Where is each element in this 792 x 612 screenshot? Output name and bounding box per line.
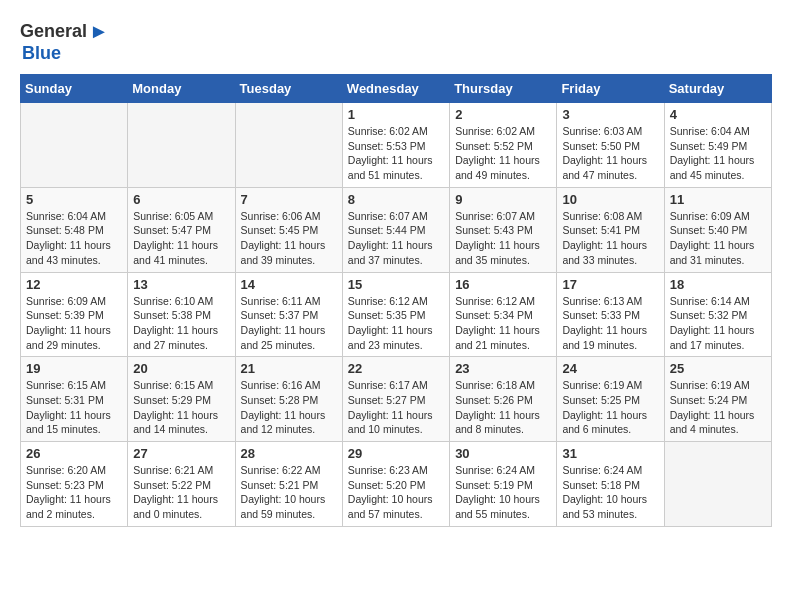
- calendar-cell: 15Sunrise: 6:12 AMSunset: 5:35 PMDayligh…: [342, 272, 449, 357]
- logo: General ► Blue: [20, 20, 109, 64]
- cell-content: Sunrise: 6:09 AMSunset: 5:40 PMDaylight:…: [670, 209, 766, 268]
- day-number: 24: [562, 361, 658, 376]
- calendar-cell: 6Sunrise: 6:05 AMSunset: 5:47 PMDaylight…: [128, 187, 235, 272]
- calendar-cell: 13Sunrise: 6:10 AMSunset: 5:38 PMDayligh…: [128, 272, 235, 357]
- cell-content: Sunrise: 6:12 AMSunset: 5:34 PMDaylight:…: [455, 294, 551, 353]
- calendar-cell: 31Sunrise: 6:24 AMSunset: 5:18 PMDayligh…: [557, 442, 664, 527]
- calendar-cell: [235, 103, 342, 188]
- day-number: 30: [455, 446, 551, 461]
- cell-content: Sunrise: 6:20 AMSunset: 5:23 PMDaylight:…: [26, 463, 122, 522]
- cell-content: Sunrise: 6:10 AMSunset: 5:38 PMDaylight:…: [133, 294, 229, 353]
- day-number: 1: [348, 107, 444, 122]
- cell-content: Sunrise: 6:16 AMSunset: 5:28 PMDaylight:…: [241, 378, 337, 437]
- calendar-cell: 23Sunrise: 6:18 AMSunset: 5:26 PMDayligh…: [450, 357, 557, 442]
- day-number: 3: [562, 107, 658, 122]
- calendar-cell: 12Sunrise: 6:09 AMSunset: 5:39 PMDayligh…: [21, 272, 128, 357]
- cell-content: Sunrise: 6:08 AMSunset: 5:41 PMDaylight:…: [562, 209, 658, 268]
- calendar-cell: 22Sunrise: 6:17 AMSunset: 5:27 PMDayligh…: [342, 357, 449, 442]
- day-header-tuesday: Tuesday: [235, 75, 342, 103]
- cell-content: Sunrise: 6:13 AMSunset: 5:33 PMDaylight:…: [562, 294, 658, 353]
- calendar-cell: 26Sunrise: 6:20 AMSunset: 5:23 PMDayligh…: [21, 442, 128, 527]
- day-number: 31: [562, 446, 658, 461]
- calendar-cell: 24Sunrise: 6:19 AMSunset: 5:25 PMDayligh…: [557, 357, 664, 442]
- cell-content: Sunrise: 6:19 AMSunset: 5:24 PMDaylight:…: [670, 378, 766, 437]
- cell-content: Sunrise: 6:04 AMSunset: 5:49 PMDaylight:…: [670, 124, 766, 183]
- day-number: 28: [241, 446, 337, 461]
- header: General ► Blue: [20, 20, 772, 64]
- day-number: 7: [241, 192, 337, 207]
- day-number: 21: [241, 361, 337, 376]
- day-number: 22: [348, 361, 444, 376]
- calendar-cell: 14Sunrise: 6:11 AMSunset: 5:37 PMDayligh…: [235, 272, 342, 357]
- cell-content: Sunrise: 6:02 AMSunset: 5:53 PMDaylight:…: [348, 124, 444, 183]
- day-header-monday: Monday: [128, 75, 235, 103]
- day-header-thursday: Thursday: [450, 75, 557, 103]
- day-number: 19: [26, 361, 122, 376]
- calendar-cell: 28Sunrise: 6:22 AMSunset: 5:21 PMDayligh…: [235, 442, 342, 527]
- calendar-cell: 3Sunrise: 6:03 AMSunset: 5:50 PMDaylight…: [557, 103, 664, 188]
- cell-content: Sunrise: 6:09 AMSunset: 5:39 PMDaylight:…: [26, 294, 122, 353]
- logo-text-general: General: [20, 21, 87, 42]
- day-number: 17: [562, 277, 658, 292]
- calendar-cell: [128, 103, 235, 188]
- cell-content: Sunrise: 6:02 AMSunset: 5:52 PMDaylight:…: [455, 124, 551, 183]
- day-number: 8: [348, 192, 444, 207]
- calendar-cell: 2Sunrise: 6:02 AMSunset: 5:52 PMDaylight…: [450, 103, 557, 188]
- day-number: 16: [455, 277, 551, 292]
- week-row-4: 26Sunrise: 6:20 AMSunset: 5:23 PMDayligh…: [21, 442, 772, 527]
- day-number: 4: [670, 107, 766, 122]
- calendar-cell: [664, 442, 771, 527]
- cell-content: Sunrise: 6:21 AMSunset: 5:22 PMDaylight:…: [133, 463, 229, 522]
- day-number: 26: [26, 446, 122, 461]
- cell-content: Sunrise: 6:12 AMSunset: 5:35 PMDaylight:…: [348, 294, 444, 353]
- day-header-sunday: Sunday: [21, 75, 128, 103]
- day-number: 13: [133, 277, 229, 292]
- week-row-3: 19Sunrise: 6:15 AMSunset: 5:31 PMDayligh…: [21, 357, 772, 442]
- day-number: 5: [26, 192, 122, 207]
- logo-icon: ►: [89, 20, 109, 43]
- logo-text-blue: Blue: [22, 43, 61, 64]
- cell-content: Sunrise: 6:07 AMSunset: 5:44 PMDaylight:…: [348, 209, 444, 268]
- day-header-saturday: Saturday: [664, 75, 771, 103]
- calendar-cell: 19Sunrise: 6:15 AMSunset: 5:31 PMDayligh…: [21, 357, 128, 442]
- calendar-cell: 16Sunrise: 6:12 AMSunset: 5:34 PMDayligh…: [450, 272, 557, 357]
- cell-content: Sunrise: 6:22 AMSunset: 5:21 PMDaylight:…: [241, 463, 337, 522]
- calendar-cell: 20Sunrise: 6:15 AMSunset: 5:29 PMDayligh…: [128, 357, 235, 442]
- cell-content: Sunrise: 6:18 AMSunset: 5:26 PMDaylight:…: [455, 378, 551, 437]
- header-row: SundayMondayTuesdayWednesdayThursdayFrid…: [21, 75, 772, 103]
- cell-content: Sunrise: 6:14 AMSunset: 5:32 PMDaylight:…: [670, 294, 766, 353]
- day-number: 29: [348, 446, 444, 461]
- calendar-cell: 1Sunrise: 6:02 AMSunset: 5:53 PMDaylight…: [342, 103, 449, 188]
- day-number: 25: [670, 361, 766, 376]
- cell-content: Sunrise: 6:24 AMSunset: 5:19 PMDaylight:…: [455, 463, 551, 522]
- day-header-wednesday: Wednesday: [342, 75, 449, 103]
- cell-content: Sunrise: 6:06 AMSunset: 5:45 PMDaylight:…: [241, 209, 337, 268]
- calendar-cell: 25Sunrise: 6:19 AMSunset: 5:24 PMDayligh…: [664, 357, 771, 442]
- day-number: 10: [562, 192, 658, 207]
- calendar-cell: 17Sunrise: 6:13 AMSunset: 5:33 PMDayligh…: [557, 272, 664, 357]
- cell-content: Sunrise: 6:15 AMSunset: 5:31 PMDaylight:…: [26, 378, 122, 437]
- day-number: 20: [133, 361, 229, 376]
- cell-content: Sunrise: 6:23 AMSunset: 5:20 PMDaylight:…: [348, 463, 444, 522]
- cell-content: Sunrise: 6:15 AMSunset: 5:29 PMDaylight:…: [133, 378, 229, 437]
- week-row-1: 5Sunrise: 6:04 AMSunset: 5:48 PMDaylight…: [21, 187, 772, 272]
- day-number: 18: [670, 277, 766, 292]
- cell-content: Sunrise: 6:11 AMSunset: 5:37 PMDaylight:…: [241, 294, 337, 353]
- cell-content: Sunrise: 6:07 AMSunset: 5:43 PMDaylight:…: [455, 209, 551, 268]
- calendar-cell: 8Sunrise: 6:07 AMSunset: 5:44 PMDaylight…: [342, 187, 449, 272]
- week-row-0: 1Sunrise: 6:02 AMSunset: 5:53 PMDaylight…: [21, 103, 772, 188]
- cell-content: Sunrise: 6:03 AMSunset: 5:50 PMDaylight:…: [562, 124, 658, 183]
- cell-content: Sunrise: 6:19 AMSunset: 5:25 PMDaylight:…: [562, 378, 658, 437]
- calendar-cell: 18Sunrise: 6:14 AMSunset: 5:32 PMDayligh…: [664, 272, 771, 357]
- calendar-cell: 4Sunrise: 6:04 AMSunset: 5:49 PMDaylight…: [664, 103, 771, 188]
- day-number: 15: [348, 277, 444, 292]
- calendar-cell: 9Sunrise: 6:07 AMSunset: 5:43 PMDaylight…: [450, 187, 557, 272]
- day-number: 9: [455, 192, 551, 207]
- cell-content: Sunrise: 6:24 AMSunset: 5:18 PMDaylight:…: [562, 463, 658, 522]
- day-header-friday: Friday: [557, 75, 664, 103]
- calendar-cell: 7Sunrise: 6:06 AMSunset: 5:45 PMDaylight…: [235, 187, 342, 272]
- cell-content: Sunrise: 6:05 AMSunset: 5:47 PMDaylight:…: [133, 209, 229, 268]
- day-number: 2: [455, 107, 551, 122]
- day-number: 11: [670, 192, 766, 207]
- calendar-cell: 29Sunrise: 6:23 AMSunset: 5:20 PMDayligh…: [342, 442, 449, 527]
